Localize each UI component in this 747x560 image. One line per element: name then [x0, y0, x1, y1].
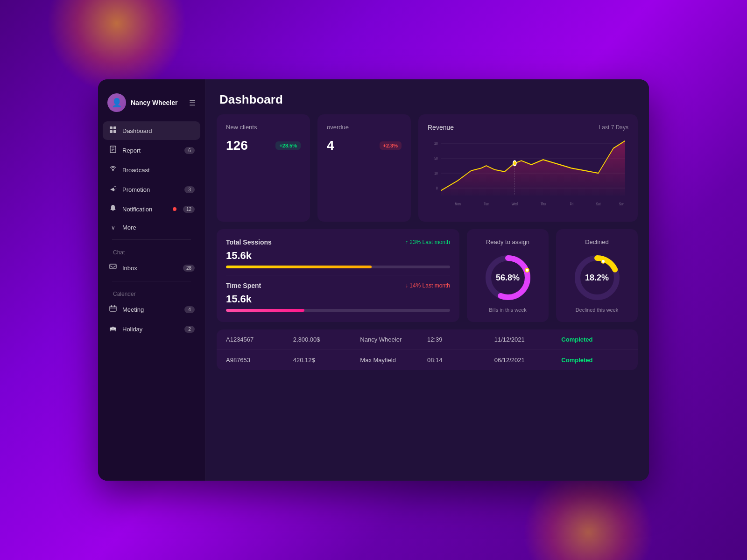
sessions-value: 15.6k [226, 250, 450, 262]
table-cell-date-1: 11/12/2021 [494, 336, 562, 343]
revenue-chart: 20 50 10 0 Mon Tue Wed Thu Fri Sat Sun [428, 136, 628, 210]
sidebar-item-promotion[interactable]: Promotion 3 [103, 180, 200, 199]
table-cell-name-1: Nancy Wheeler [360, 336, 427, 343]
time-spent-value: 15.6k [226, 293, 450, 305]
ready-to-assign-value: 56.8% [496, 273, 520, 283]
table-cell-amount-2: 420.12$ [293, 357, 360, 364]
svg-point-8 [112, 169, 114, 171]
svg-line-10 [116, 189, 116, 189]
new-clients-label: New clients [226, 124, 301, 131]
sidebar-item-broadcast-label: Broadcast [122, 167, 195, 174]
sidebar-item-notification[interactable]: Notification 12 [103, 200, 200, 218]
table-cell-status-2: Completed [561, 357, 628, 364]
meeting-badge: 4 [184, 306, 195, 313]
revenue-title: Revenue [428, 124, 454, 131]
svg-text:0: 0 [436, 186, 438, 191]
top-row: New clients 126 +28.5% overdue 4 +2.3% [217, 114, 638, 222]
promotion-badge: 3 [184, 186, 195, 193]
table-cell-name-2: Max Mayfield [360, 357, 427, 364]
holiday-badge: 2 [184, 326, 195, 333]
promotion-icon [108, 185, 118, 194]
dashboard-icon [108, 126, 118, 135]
sidebar-item-holiday[interactable]: Holiday 2 [103, 320, 200, 338]
svg-rect-19 [112, 327, 114, 328]
sidebar-item-holiday-label: Holiday [122, 326, 180, 333]
overdue-label: overdue [327, 124, 402, 131]
table-cell-time-1: 12:39 [427, 336, 494, 343]
ready-to-assign-title: Ready to assign [486, 238, 529, 245]
sessions-progress-fill [226, 266, 372, 268]
svg-text:Sat: Sat [596, 202, 601, 207]
time-spent-progress-fill [226, 309, 304, 312]
svg-point-38 [513, 161, 516, 166]
sidebar-item-dashboard[interactable]: Dashboard [103, 121, 200, 140]
svg-text:20: 20 [434, 141, 438, 146]
report-icon [108, 146, 118, 155]
declined-value: 18.2% [585, 273, 609, 283]
divider-2 [112, 281, 191, 281]
report-badge: 6 [184, 147, 195, 154]
more-icon: ∨ [108, 224, 118, 231]
sessions-card: Total Sessions ↑ 23% Last month 15.6k Ti… [217, 229, 459, 322]
sessions-progress-track [226, 266, 450, 268]
declined-donut-container: 18.2% [571, 252, 623, 303]
new-clients-value-row: 126 +28.5% [226, 138, 301, 153]
ready-to-assign-sublabel: Bills in this week [489, 307, 527, 313]
svg-text:Mon: Mon [455, 202, 461, 207]
inbox-icon [108, 263, 118, 273]
sidebar-item-inbox[interactable]: Inbox 28 [103, 259, 200, 277]
sessions-header: Total Sessions ↑ 23% Last month [226, 238, 450, 246]
sidebar-item-more[interactable]: ∨ More [103, 219, 200, 236]
metric-divider [226, 275, 450, 275]
table-row: A1234567 2,300.00$ Nancy Wheeler 12:39 1… [217, 329, 638, 350]
user-profile[interactable]: 👤 Nancy Wheeler ☰ [98, 89, 205, 121]
sidebar-item-report[interactable]: Report 6 [103, 141, 200, 160]
svg-rect-3 [113, 130, 116, 133]
time-spent-header: Time Spent ↓ 14% Last month [226, 282, 450, 289]
svg-rect-1 [113, 126, 116, 129]
table-cell-status-1: Completed [561, 336, 628, 343]
declined-indicator-dot [601, 259, 606, 264]
new-clients-badge: +28.5% [275, 141, 301, 150]
revenue-header: Revenue Last 7 Days [428, 124, 628, 131]
table-row: A987653 420.12$ Max Mayfield 08:14 06/12… [217, 350, 638, 370]
notification-icon [108, 204, 118, 214]
svg-text:Sun: Sun [619, 202, 624, 207]
main-panel: Dashboard New clients 126 +28.5% overdue [205, 79, 649, 481]
svg-line-9 [114, 186, 116, 187]
svg-text:Tue: Tue [484, 202, 489, 207]
menu-icon[interactable]: ☰ [189, 98, 196, 107]
sidebar: 👤 Nancy Wheeler ☰ Dashboard [98, 79, 205, 481]
middle-row: Total Sessions ↑ 23% Last month 15.6k Ti… [217, 229, 638, 322]
notification-badge: 12 [183, 206, 195, 213]
overdue-value: 4 [327, 138, 334, 153]
revenue-period: Last 7 Days [599, 124, 628, 131]
user-name: Nancy Wheeler [131, 99, 184, 106]
overdue-value-row: 4 +2.3% [327, 138, 402, 153]
total-sessions-label: Total Sessions [226, 238, 272, 246]
overdue-card: overdue 4 +2.3% [317, 114, 411, 222]
new-clients-value: 126 [226, 138, 248, 153]
sidebar-item-meeting[interactable]: Meeting 4 [103, 300, 200, 319]
overdue-badge: +2.3% [380, 141, 402, 150]
new-clients-card: New clients 126 +28.5% [217, 114, 310, 222]
declined-sublabel: Declined this week [576, 307, 619, 313]
sidebar-item-report-label: Report [122, 147, 180, 154]
table-cell-time-2: 08:14 [427, 357, 494, 364]
svg-text:Fri: Fri [570, 202, 573, 207]
sidebar-item-dashboard-label: Dashboard [122, 127, 195, 134]
svg-rect-0 [110, 126, 113, 129]
sidebar-item-notification-label: Notification [122, 206, 168, 213]
page-title: Dashboard [219, 92, 635, 107]
calendar-section-label: Calender [103, 285, 200, 300]
declined-title: Declined [585, 238, 609, 245]
sidebar-item-meeting-label: Meeting [122, 306, 180, 313]
svg-text:50: 50 [434, 156, 438, 161]
meeting-icon [108, 305, 118, 314]
sidebar-item-broadcast[interactable]: Broadcast [103, 161, 200, 179]
avatar: 👤 [107, 93, 126, 112]
time-spent-progress-track [226, 309, 450, 312]
svg-text:Wed: Wed [512, 202, 518, 207]
table-cell-date-2: 06/12/2021 [494, 357, 562, 364]
avatar-icon: 👤 [112, 98, 122, 108]
